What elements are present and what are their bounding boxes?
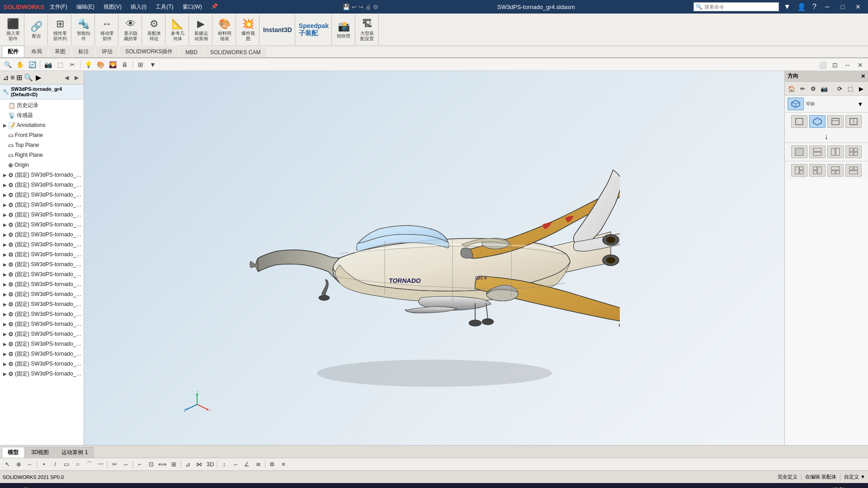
quick-print[interactable]: 🖨 xyxy=(365,4,371,10)
dt-circle[interactable]: ○ xyxy=(72,460,83,469)
view-appearance-btn[interactable]: 🎨 xyxy=(94,60,106,70)
mate-tool[interactable]: 🔗 配合 xyxy=(25,14,48,45)
view-pan-btn[interactable]: ✋ xyxy=(14,60,26,70)
materials-tool[interactable]: 🎨 材料明细表 xyxy=(213,14,236,45)
dt-3d-sketch[interactable]: 3D xyxy=(205,460,216,469)
tree-item-part10[interactable]: ▶⚙(固定) SW3dPS-tornado_gr4_Fl xyxy=(0,259,84,269)
panel-search-icon[interactable]: 🔍 xyxy=(24,73,33,82)
dt-line[interactable]: / xyxy=(50,460,61,469)
view-grid-btn[interactable]: ⊞ xyxy=(135,60,146,70)
tree-item-sensor[interactable]: 📡传感器 xyxy=(0,110,84,120)
tree-item-part14[interactable]: ▶⚙(固定) SW3dPS-tornado_gr4_C xyxy=(0,299,84,309)
tree-item-part8[interactable]: ▶⚙(固定) SW3dPS-tornado_gr4_N xyxy=(0,239,84,249)
tree-expand-icon[interactable]: ▶ xyxy=(2,241,8,248)
viewport-restore-btn[interactable]: ⊡ xyxy=(829,60,841,70)
view-display-btn[interactable]: ⬚ xyxy=(54,60,66,70)
panel-expand-all-icon[interactable]: ▶ xyxy=(72,73,81,82)
panel-collapse-icon[interactable]: ◀ xyxy=(62,73,71,82)
menu-edit[interactable]: 编辑(E) xyxy=(75,2,96,12)
rp-camera-icon[interactable]: 📷 xyxy=(819,84,829,94)
quick-redo[interactable]: ↪ xyxy=(359,4,363,10)
quick-save[interactable]: 💾 xyxy=(343,4,350,10)
tab-sw-cam[interactable]: SOLIDWORKS CAM xyxy=(204,47,266,57)
tab-sketch[interactable]: 草图 xyxy=(49,46,71,57)
tree-expand-icon[interactable]: ▶ xyxy=(2,361,8,367)
rp-isometric-btn[interactable] xyxy=(788,98,804,110)
rp-dropdown-icon[interactable]: ▼ xyxy=(855,99,865,109)
tree-expand-icon[interactable]: ▶ xyxy=(2,261,8,267)
instant3d-tool[interactable]: Instant3D xyxy=(260,14,295,45)
rp-layout-2h[interactable] xyxy=(809,145,826,158)
taskbar-explorer[interactable]: 📁 xyxy=(105,484,121,488)
search-input[interactable] xyxy=(704,4,777,9)
view-zoom-btn[interactable]: 🔍 xyxy=(2,60,14,70)
dt-dim1[interactable]: ↕ xyxy=(219,460,230,469)
menu-view[interactable]: 视图(V) xyxy=(102,2,123,12)
bottom-tab-motion[interactable]: 运动算例 1 xyxy=(56,447,94,458)
rp-view-right[interactable] xyxy=(845,115,862,128)
tree-expand-icon[interactable]: ▶ xyxy=(2,351,8,357)
insert-part-tool[interactable]: ⬛ 插入零部件 xyxy=(2,14,24,45)
rp-down-arrow[interactable]: ↓ xyxy=(821,131,831,141)
quick-options[interactable]: ⚙ xyxy=(373,4,378,10)
menu-insert[interactable]: 插入(I) xyxy=(129,2,148,12)
help-icon[interactable]: ? xyxy=(812,3,816,11)
speedpack-tool[interactable]: Speedpak子装配 xyxy=(296,14,332,45)
viewport-arrows-btn[interactable]: ↔ xyxy=(842,60,854,70)
smart-fasteners-tool[interactable]: 🔩 智能扣件 xyxy=(72,14,95,45)
tree-expand-icon[interactable]: ▶ xyxy=(2,371,8,377)
bottom-tab-3dview[interactable]: 3D视图 xyxy=(25,447,55,458)
rp-layout-3d[interactable] xyxy=(845,164,862,177)
rp-layout-3a[interactable] xyxy=(791,164,807,177)
status-custom[interactable]: 自定义 ▼ xyxy=(844,474,865,480)
tree-item-part21[interactable]: ▶⚙(固定) SW3dPS-tornado_gr4_W xyxy=(0,369,84,379)
dt-lasso[interactable]: ⊕ xyxy=(13,460,24,469)
rp-layout-3c[interactable] xyxy=(827,164,844,177)
menu-window[interactable]: 窗口(W) xyxy=(181,2,204,12)
tree-item-part20[interactable]: ▶⚙(固定) SW3dPS-tornado_gr4_W xyxy=(0,359,84,369)
large-assembly-tool[interactable]: 🏗 大型装配设置 xyxy=(356,14,379,45)
rp-edit-icon[interactable]: ✏ xyxy=(797,84,807,94)
tree-item-part12[interactable]: ▶⚙(固定) SW3dPS-tornado_gr4_N xyxy=(0,279,84,289)
quick-undo[interactable]: ↩ xyxy=(352,4,357,10)
dt-angle[interactable]: ∠ xyxy=(241,460,252,469)
dt-arc[interactable]: ⌒ xyxy=(84,460,94,469)
dt-sketch-tools[interactable]: ⚙ xyxy=(267,460,278,469)
view-lights-btn[interactable]: 💡 xyxy=(82,60,94,70)
dt-extend[interactable]: ↔ xyxy=(120,460,131,469)
tree-expand-icon[interactable]: ▶ xyxy=(2,281,8,287)
tree-item-part11[interactable]: ▶⚙(固定) SW3dPS-tornado_gr4_N xyxy=(0,269,84,279)
minimize-button[interactable]: ─ xyxy=(821,2,834,12)
tree-item-history[interactable]: 📋历史记录 xyxy=(0,100,84,110)
reference-tool[interactable]: 📐 参考几何体 xyxy=(166,14,189,45)
tree-expand-icon[interactable]: ▶ xyxy=(2,202,8,208)
tree-item-part19[interactable]: ▶⚙(固定) SW3dPS-tornado_gr4_P xyxy=(0,349,84,359)
tree-expand-icon[interactable]: ▶ xyxy=(2,172,8,178)
dt-arrow-left[interactable]: ← xyxy=(24,460,35,469)
viewport-maximize-btn[interactable]: ⬜ xyxy=(816,60,828,70)
tree-expand-icon[interactable]: ▶ xyxy=(2,321,8,327)
tab-annotation[interactable]: 标注 xyxy=(72,46,95,57)
show-hide-tool[interactable]: 👁 显示隐藏的零 xyxy=(119,14,142,45)
rp-gear-icon[interactable]: ⚙ xyxy=(808,84,818,94)
new-motion-tool[interactable]: ▶ 新建运动算例 xyxy=(190,14,212,45)
tab-layout[interactable]: 布局 xyxy=(25,46,48,57)
dt-offset[interactable]: ⊡ xyxy=(146,460,156,469)
search-dropdown[interactable]: ▼ xyxy=(783,3,791,11)
taskbar-solidworks[interactable]: SW xyxy=(88,484,104,488)
tree-item-part3[interactable]: ▶⚙(固定) SW3dPS-tornado_gr4_Fl xyxy=(0,190,84,200)
panel-expand-icon[interactable]: ▶ xyxy=(36,73,41,82)
move-component-tool[interactable]: ↔ 移动零部件 xyxy=(96,14,118,45)
tree-expand-icon[interactable]: ▶ xyxy=(2,211,8,218)
view-options-btn[interactable]: ▼ xyxy=(147,60,159,70)
tree-expand-icon[interactable]: ▶ xyxy=(2,192,8,198)
rp-view-top[interactable] xyxy=(827,115,844,128)
tab-sw-plugins[interactable]: SOLIDWORKS插件 xyxy=(119,46,179,57)
tree-expand-icon[interactable]: ▶ xyxy=(2,221,8,228)
viewport[interactable]: TORNADO GR.4 xyxy=(84,71,784,445)
dt-relation[interactable]: ≅ xyxy=(253,460,264,469)
taskbar-files[interactable]: 📁 xyxy=(36,484,52,488)
dt-trim[interactable]: ✂ xyxy=(109,460,120,469)
view-standard-views-btn[interactable]: 📷 xyxy=(42,60,54,70)
tree-item-annotations[interactable]: ▶📝Annotations xyxy=(0,120,84,130)
